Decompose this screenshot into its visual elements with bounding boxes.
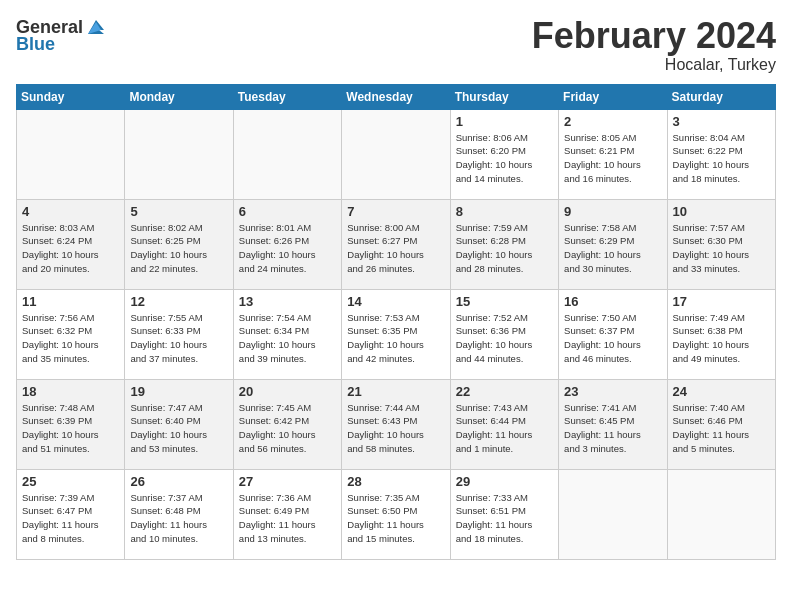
calendar-week-row: 25Sunrise: 7:39 AM Sunset: 6:47 PM Dayli… bbox=[17, 469, 776, 559]
col-thursday: Thursday bbox=[450, 84, 558, 109]
day-number: 28 bbox=[347, 474, 444, 489]
col-monday: Monday bbox=[125, 84, 233, 109]
day-info: Sunrise: 7:45 AM Sunset: 6:42 PM Dayligh… bbox=[239, 401, 336, 456]
table-row bbox=[233, 109, 341, 199]
table-row: 26Sunrise: 7:37 AM Sunset: 6:48 PM Dayli… bbox=[125, 469, 233, 559]
table-row: 14Sunrise: 7:53 AM Sunset: 6:35 PM Dayli… bbox=[342, 289, 450, 379]
day-info: Sunrise: 8:03 AM Sunset: 6:24 PM Dayligh… bbox=[22, 221, 119, 276]
calendar-header-row: Sunday Monday Tuesday Wednesday Thursday… bbox=[17, 84, 776, 109]
table-row: 7Sunrise: 8:00 AM Sunset: 6:27 PM Daylig… bbox=[342, 199, 450, 289]
table-row: 22Sunrise: 7:43 AM Sunset: 6:44 PM Dayli… bbox=[450, 379, 558, 469]
calendar-table: Sunday Monday Tuesday Wednesday Thursday… bbox=[16, 84, 776, 560]
logo-blue: Blue bbox=[16, 34, 55, 55]
table-row: 27Sunrise: 7:36 AM Sunset: 6:49 PM Dayli… bbox=[233, 469, 341, 559]
day-number: 25 bbox=[22, 474, 119, 489]
day-number: 26 bbox=[130, 474, 227, 489]
day-info: Sunrise: 8:00 AM Sunset: 6:27 PM Dayligh… bbox=[347, 221, 444, 276]
day-info: Sunrise: 8:06 AM Sunset: 6:20 PM Dayligh… bbox=[456, 131, 553, 186]
day-info: Sunrise: 7:59 AM Sunset: 6:28 PM Dayligh… bbox=[456, 221, 553, 276]
day-number: 10 bbox=[673, 204, 770, 219]
day-number: 27 bbox=[239, 474, 336, 489]
table-row: 24Sunrise: 7:40 AM Sunset: 6:46 PM Dayli… bbox=[667, 379, 775, 469]
table-row: 1Sunrise: 8:06 AM Sunset: 6:20 PM Daylig… bbox=[450, 109, 558, 199]
day-number: 23 bbox=[564, 384, 661, 399]
day-number: 18 bbox=[22, 384, 119, 399]
day-number: 6 bbox=[239, 204, 336, 219]
day-info: Sunrise: 7:39 AM Sunset: 6:47 PM Dayligh… bbox=[22, 491, 119, 546]
day-info: Sunrise: 7:50 AM Sunset: 6:37 PM Dayligh… bbox=[564, 311, 661, 366]
day-info: Sunrise: 7:47 AM Sunset: 6:40 PM Dayligh… bbox=[130, 401, 227, 456]
day-number: 4 bbox=[22, 204, 119, 219]
col-saturday: Saturday bbox=[667, 84, 775, 109]
day-info: Sunrise: 7:57 AM Sunset: 6:30 PM Dayligh… bbox=[673, 221, 770, 276]
day-number: 19 bbox=[130, 384, 227, 399]
table-row: 12Sunrise: 7:55 AM Sunset: 6:33 PM Dayli… bbox=[125, 289, 233, 379]
day-number: 29 bbox=[456, 474, 553, 489]
col-friday: Friday bbox=[559, 84, 667, 109]
logo-icon bbox=[85, 16, 107, 38]
table-row: 20Sunrise: 7:45 AM Sunset: 6:42 PM Dayli… bbox=[233, 379, 341, 469]
calendar-subtitle: Hocalar, Turkey bbox=[532, 56, 776, 74]
table-row: 11Sunrise: 7:56 AM Sunset: 6:32 PM Dayli… bbox=[17, 289, 125, 379]
day-number: 7 bbox=[347, 204, 444, 219]
day-number: 3 bbox=[673, 114, 770, 129]
table-row: 10Sunrise: 7:57 AM Sunset: 6:30 PM Dayli… bbox=[667, 199, 775, 289]
day-number: 21 bbox=[347, 384, 444, 399]
day-info: Sunrise: 7:44 AM Sunset: 6:43 PM Dayligh… bbox=[347, 401, 444, 456]
calendar-week-row: 4Sunrise: 8:03 AM Sunset: 6:24 PM Daylig… bbox=[17, 199, 776, 289]
table-row bbox=[559, 469, 667, 559]
table-row: 28Sunrise: 7:35 AM Sunset: 6:50 PM Dayli… bbox=[342, 469, 450, 559]
table-row bbox=[342, 109, 450, 199]
table-row: 17Sunrise: 7:49 AM Sunset: 6:38 PM Dayli… bbox=[667, 289, 775, 379]
table-row: 8Sunrise: 7:59 AM Sunset: 6:28 PM Daylig… bbox=[450, 199, 558, 289]
day-number: 11 bbox=[22, 294, 119, 309]
day-info: Sunrise: 8:05 AM Sunset: 6:21 PM Dayligh… bbox=[564, 131, 661, 186]
calendar-week-row: 1Sunrise: 8:06 AM Sunset: 6:20 PM Daylig… bbox=[17, 109, 776, 199]
day-info: Sunrise: 7:54 AM Sunset: 6:34 PM Dayligh… bbox=[239, 311, 336, 366]
day-info: Sunrise: 7:35 AM Sunset: 6:50 PM Dayligh… bbox=[347, 491, 444, 546]
day-number: 14 bbox=[347, 294, 444, 309]
col-wednesday: Wednesday bbox=[342, 84, 450, 109]
page-header: General Blue February 2024 Hocalar, Turk… bbox=[16, 16, 776, 74]
day-number: 9 bbox=[564, 204, 661, 219]
table-row: 13Sunrise: 7:54 AM Sunset: 6:34 PM Dayli… bbox=[233, 289, 341, 379]
day-info: Sunrise: 8:02 AM Sunset: 6:25 PM Dayligh… bbox=[130, 221, 227, 276]
table-row: 16Sunrise: 7:50 AM Sunset: 6:37 PM Dayli… bbox=[559, 289, 667, 379]
table-row: 6Sunrise: 8:01 AM Sunset: 6:26 PM Daylig… bbox=[233, 199, 341, 289]
day-number: 16 bbox=[564, 294, 661, 309]
table-row bbox=[17, 109, 125, 199]
calendar-week-row: 18Sunrise: 7:48 AM Sunset: 6:39 PM Dayli… bbox=[17, 379, 776, 469]
logo: General Blue bbox=[16, 16, 107, 55]
day-number: 12 bbox=[130, 294, 227, 309]
day-info: Sunrise: 7:48 AM Sunset: 6:39 PM Dayligh… bbox=[22, 401, 119, 456]
day-info: Sunrise: 7:58 AM Sunset: 6:29 PM Dayligh… bbox=[564, 221, 661, 276]
day-info: Sunrise: 7:55 AM Sunset: 6:33 PM Dayligh… bbox=[130, 311, 227, 366]
table-row: 15Sunrise: 7:52 AM Sunset: 6:36 PM Dayli… bbox=[450, 289, 558, 379]
day-number: 22 bbox=[456, 384, 553, 399]
table-row: 18Sunrise: 7:48 AM Sunset: 6:39 PM Dayli… bbox=[17, 379, 125, 469]
day-number: 15 bbox=[456, 294, 553, 309]
day-info: Sunrise: 8:04 AM Sunset: 6:22 PM Dayligh… bbox=[673, 131, 770, 186]
day-info: Sunrise: 7:52 AM Sunset: 6:36 PM Dayligh… bbox=[456, 311, 553, 366]
col-tuesday: Tuesday bbox=[233, 84, 341, 109]
table-row: 3Sunrise: 8:04 AM Sunset: 6:22 PM Daylig… bbox=[667, 109, 775, 199]
day-info: Sunrise: 7:49 AM Sunset: 6:38 PM Dayligh… bbox=[673, 311, 770, 366]
day-info: Sunrise: 7:43 AM Sunset: 6:44 PM Dayligh… bbox=[456, 401, 553, 456]
table-row: 25Sunrise: 7:39 AM Sunset: 6:47 PM Dayli… bbox=[17, 469, 125, 559]
day-number: 8 bbox=[456, 204, 553, 219]
table-row bbox=[667, 469, 775, 559]
day-info: Sunrise: 7:53 AM Sunset: 6:35 PM Dayligh… bbox=[347, 311, 444, 366]
table-row: 19Sunrise: 7:47 AM Sunset: 6:40 PM Dayli… bbox=[125, 379, 233, 469]
title-block: February 2024 Hocalar, Turkey bbox=[532, 16, 776, 74]
day-info: Sunrise: 7:37 AM Sunset: 6:48 PM Dayligh… bbox=[130, 491, 227, 546]
table-row: 9Sunrise: 7:58 AM Sunset: 6:29 PM Daylig… bbox=[559, 199, 667, 289]
table-row: 5Sunrise: 8:02 AM Sunset: 6:25 PM Daylig… bbox=[125, 199, 233, 289]
table-row: 2Sunrise: 8:05 AM Sunset: 6:21 PM Daylig… bbox=[559, 109, 667, 199]
day-info: Sunrise: 7:56 AM Sunset: 6:32 PM Dayligh… bbox=[22, 311, 119, 366]
col-sunday: Sunday bbox=[17, 84, 125, 109]
day-number: 24 bbox=[673, 384, 770, 399]
table-row: 4Sunrise: 8:03 AM Sunset: 6:24 PM Daylig… bbox=[17, 199, 125, 289]
table-row bbox=[125, 109, 233, 199]
table-row: 23Sunrise: 7:41 AM Sunset: 6:45 PM Dayli… bbox=[559, 379, 667, 469]
day-number: 20 bbox=[239, 384, 336, 399]
